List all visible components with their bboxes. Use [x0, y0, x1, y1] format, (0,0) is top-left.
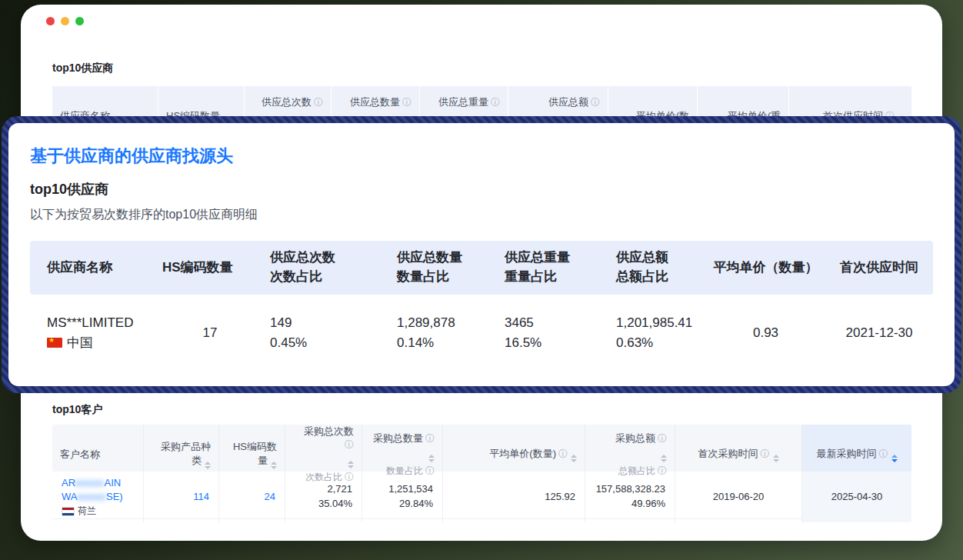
col-header-supply-times: 供应总次数 次数占比: [264, 248, 391, 286]
sort-icon[interactable]: [773, 455, 779, 462]
supply-times-value: 149: [270, 313, 391, 333]
col-label: 客户名称: [60, 448, 135, 462]
hs-count-link[interactable]: 24: [265, 490, 275, 505]
purchase-amount-pct: 49.96%: [631, 497, 665, 512]
supply-qty-cell: 1,289,878 0.14%: [391, 313, 498, 352]
info-icon[interactable]: ⓘ: [345, 439, 354, 450]
supply-qty-pct: 0.14%: [397, 333, 498, 353]
sort-icon[interactable]: [348, 461, 354, 468]
col-label: 供应商名称: [47, 260, 112, 275]
col-header-supply-qty: 供应总数量 数量占比: [391, 248, 498, 286]
hs-count-cell[interactable]: 24: [218, 472, 285, 522]
sort-icon[interactable]: [428, 455, 435, 462]
supply-amount-value: 1,201,985.41: [616, 313, 706, 333]
sort-icon[interactable]: [271, 462, 277, 469]
sort-icon[interactable]: [205, 462, 211, 469]
customer-table: 客户名称 采购产品种类 HS编码数量 采购总次数ⓘ 次数占比ⓘ 采购总数量ⓘ 数…: [52, 425, 911, 519]
col-sublabel: 次数占比: [270, 268, 391, 287]
avg-price-value: 125.92: [545, 490, 575, 505]
purchase-times-pct: 35.04%: [318, 497, 352, 512]
first-supply-date: 2021-12-30: [846, 325, 913, 340]
name-part: SE): [106, 491, 123, 502]
first-supply-date-cell: 2021-12-30: [825, 323, 933, 343]
col-label: HS编码数量: [162, 260, 233, 275]
close-window-icon[interactable]: [46, 17, 55, 25]
col-header-supplier-name: 供应商名称: [30, 258, 156, 278]
customer-table-header: 客户名称 采购产品种类 HS编码数量 采购总次数ⓘ 次数占比ⓘ 采购总数量ⓘ 数…: [52, 425, 911, 472]
overlay-table-row: MS***LIMITED 中国 17 149 0.45% 1,289,878 0…: [30, 295, 933, 375]
overlay-table-header: 供应商名称 HS编码数量 供应总次数 次数占比 供应总数量 数量占比 供应总重量…: [30, 241, 933, 295]
latest-purchase-date-cell: 2025-04-30: [801, 472, 911, 522]
col-label: 平均单价(数量): [489, 448, 556, 459]
supply-times-cell: 149 0.45%: [264, 313, 391, 352]
customer-country: 荷兰: [62, 505, 96, 518]
col-header-first-supply-date: 首次供应时间: [825, 258, 933, 278]
info-icon[interactable]: ⓘ: [402, 97, 412, 108]
col-label: 采购总次数: [304, 425, 354, 437]
product-types-cell[interactable]: 114: [143, 472, 218, 522]
name-part: AIN: [105, 477, 122, 488]
hs-count-value: 17: [203, 325, 218, 340]
info-icon[interactable]: ⓘ: [558, 448, 568, 459]
country-label: 荷兰: [78, 505, 96, 518]
col-label: 供应总额: [616, 248, 706, 268]
supply-amount-cell: 1,201,985.41 0.63%: [610, 313, 706, 352]
supply-amount-pct: 0.63%: [616, 333, 706, 353]
sort-icon-active[interactable]: [891, 455, 898, 462]
customer-name-link[interactable]: WAxxxxxSE): [62, 490, 123, 504]
country-label: 中国: [67, 333, 93, 353]
product-types-link[interactable]: 114: [193, 490, 209, 505]
maximize-window-icon[interactable]: [75, 17, 84, 25]
col-label: 供应总额: [548, 96, 588, 108]
hs-count-cell: 17: [156, 323, 264, 343]
spotlight-overlay-panel: 基于供应商的供应商找源头 top10供应商 以下为按贸易次数排序的top10供应…: [6, 121, 957, 388]
name-part: AR: [62, 477, 75, 488]
customer-name-cell[interactable]: ARxxxxxAIN WAxxxxxSE) 荷兰: [52, 472, 143, 522]
supplier-name: MS***LIMITED: [47, 313, 156, 333]
col-label: 供应总次数: [270, 248, 391, 268]
col-label: 采购总数量: [373, 432, 423, 444]
netherlands-flag-icon: [62, 507, 75, 516]
col-label: 平均单价（数量）: [714, 260, 818, 275]
col-sublabel: 重量占比: [505, 268, 610, 287]
minimize-window-icon[interactable]: [61, 17, 69, 25]
redacted-text: xxxxx: [77, 491, 106, 502]
latest-purchase-date: 2025-04-30: [831, 490, 883, 505]
info-icon[interactable]: ⓘ: [591, 97, 600, 108]
supplier-table-title: top10供应商: [52, 62, 113, 75]
first-purchase-date: 2019-06-20: [713, 490, 765, 505]
col-header-supply-amount: 供应总额 总额占比: [610, 248, 706, 286]
info-icon[interactable]: ⓘ: [314, 97, 323, 108]
supplier-name-cell: MS***LIMITED 中国: [30, 313, 156, 352]
customer-table-row: ARxxxxxAIN WAxxxxxSE) 荷兰 114 24 2,721 35…: [52, 472, 911, 519]
purchase-qty-pct: 29.84%: [399, 497, 433, 512]
customer-name-link[interactable]: ARxxxxxAIN: [62, 476, 121, 490]
info-icon[interactable]: ⓘ: [658, 433, 667, 444]
supply-weight-value: 3465: [505, 313, 610, 333]
supply-times-pct: 0.45%: [270, 333, 391, 353]
col-header-hs-count: HS编码数量: [156, 258, 264, 278]
info-icon[interactable]: ⓘ: [879, 448, 888, 459]
info-icon[interactable]: ⓘ: [425, 433, 435, 444]
col-label: 供应总数量: [350, 96, 400, 108]
col-header-avg-price-qty: 平均单价（数量）: [706, 258, 825, 278]
purchase-amount-value: 157,588,328.23: [596, 482, 665, 497]
info-icon[interactable]: ⓘ: [761, 448, 770, 459]
avg-price-value: 0.93: [753, 325, 778, 340]
col-label: 供应总次数: [262, 96, 312, 108]
overlay-section-title: top10供应商: [30, 180, 933, 198]
col-label: 采购总额: [615, 432, 655, 444]
col-label: 采购产品种类: [161, 441, 211, 466]
sort-icon[interactable]: [661, 455, 667, 462]
avg-price-cell: 125.92: [442, 472, 585, 522]
name-part: WA: [62, 491, 77, 502]
sort-icon[interactable]: [571, 455, 577, 462]
supply-weight-cell: 3465 16.5%: [498, 313, 610, 352]
overlay-description: 以下为按贸易次数排序的top10供应商明细: [30, 207, 933, 223]
supply-qty-value: 1,289,878: [397, 313, 498, 333]
redacted-text: xxxxx: [75, 477, 105, 488]
info-icon[interactable]: ⓘ: [491, 97, 500, 108]
col-sublabel: 总额占比: [616, 268, 706, 287]
col-label: 首次采购时间: [698, 448, 758, 459]
purchase-times-cell: 2,721 35.04%: [285, 472, 362, 522]
